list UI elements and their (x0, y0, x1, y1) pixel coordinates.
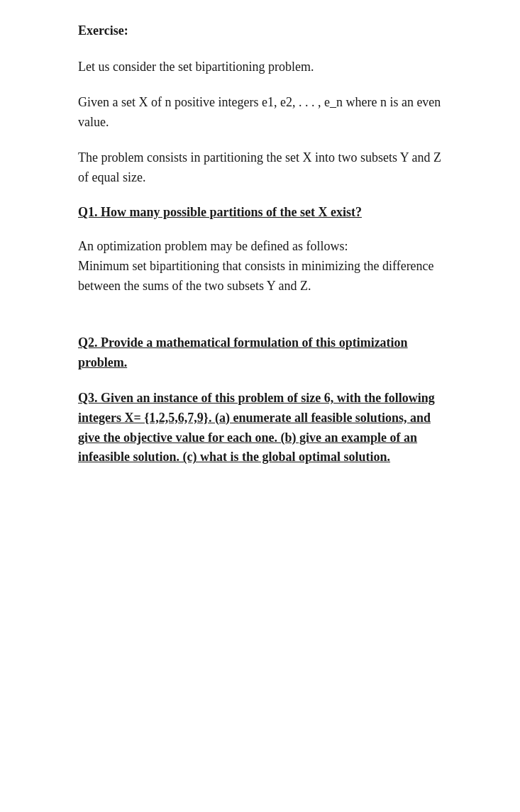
q1-text: An optimization problem may be defined a… (78, 237, 449, 296)
intro-paragraph-1: Let us consider the set bipartitioning p… (78, 57, 449, 77)
q1-block: Q1. How many possible partitions of the … (78, 203, 449, 296)
q3-label: Q3. Given an instance of this problem of… (78, 389, 449, 468)
intro-paragraph-2: Given a set X of n positive integers e1,… (78, 93, 449, 133)
exercise-section: Exercise: Let us consider the set bipart… (78, 21, 449, 467)
q1-label: Q1. How many possible partitions of the … (78, 203, 449, 223)
exercise-label: Exercise: (78, 21, 449, 40)
q2-label: Q2. Provide a mathematical formulation o… (78, 333, 449, 373)
intro-paragraph-3: The problem consists in partitioning the… (78, 148, 449, 188)
q3-block: Q3. Given an instance of this problem of… (78, 389, 449, 468)
q2-block: Q2. Provide a mathematical formulation o… (78, 333, 449, 373)
